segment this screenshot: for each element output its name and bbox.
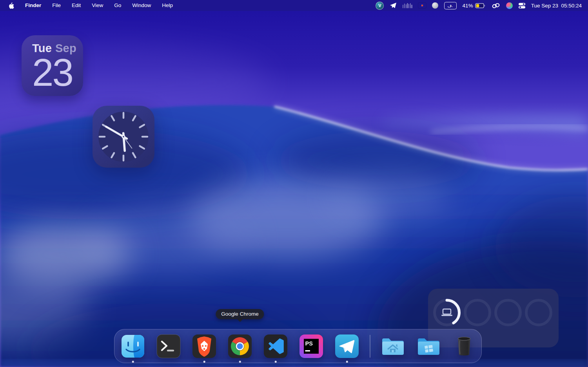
- dock-item-finder[interactable]: [120, 333, 146, 359]
- dock-tooltip: Google Chrome: [216, 309, 264, 319]
- clock-widget[interactable]: [93, 106, 154, 168]
- dock-item-telegram[interactable]: [334, 333, 360, 359]
- dock-item-brave[interactable]: [191, 333, 217, 359]
- desktop: Finder File Edit View Go Window Help V ف…: [0, 0, 588, 367]
- trash-icon: [451, 333, 477, 359]
- telegram-icon: [334, 333, 360, 359]
- dock-item-home-folder[interactable]: [380, 333, 406, 359]
- battery-icon: [475, 3, 486, 8]
- home-folder-icon: [380, 333, 406, 359]
- battery-percent-label: 41%: [463, 3, 473, 9]
- menu-item-edit[interactable]: Edit: [66, 0, 86, 11]
- menu-item-view[interactable]: View: [86, 0, 109, 11]
- menu-bar: Finder File Edit View Go Window Help V ف…: [0, 0, 588, 11]
- input-source-indicator[interactable]: ف.: [444, 2, 457, 9]
- menu-bar-status: V ف. 41%: [376, 2, 588, 10]
- laptop-icon: [441, 309, 452, 316]
- calendar-day-number: 23: [22, 52, 83, 93]
- phpstorm-icon: PS: [298, 333, 324, 359]
- running-indicator: [132, 361, 134, 363]
- apple-logo-icon: [9, 2, 14, 9]
- menu-item-window[interactable]: Window: [127, 0, 156, 11]
- menu-item-file[interactable]: File: [47, 0, 66, 11]
- vscode-icon: [263, 333, 289, 359]
- chrome-icon: [227, 333, 253, 359]
- user-circle-icon[interactable]: [432, 2, 438, 9]
- dock: PS: [114, 329, 482, 363]
- battery-slot-empty-1: [464, 299, 491, 326]
- vpn-status-icon[interactable]: V: [376, 2, 384, 10]
- running-indicator: [239, 361, 241, 363]
- running-indicator: [275, 361, 277, 363]
- battery-slot-empty-2: [494, 299, 522, 326]
- apple-menu[interactable]: [7, 2, 20, 9]
- iran-flag-icon[interactable]: [418, 3, 426, 8]
- dock-item-chrome[interactable]: [227, 333, 253, 359]
- dock-item-vscode[interactable]: [263, 333, 289, 359]
- running-indicator: [346, 361, 348, 363]
- link-icon[interactable]: [492, 3, 500, 9]
- control-center-icon[interactable]: [519, 3, 525, 9]
- menu-bar-left: Finder File Edit View Go Window Help: [0, 0, 178, 11]
- phpstorm-glyph: PS: [305, 340, 313, 347]
- stats-bars-icon[interactable]: [403, 3, 412, 8]
- menu-item-go[interactable]: Go: [109, 0, 127, 11]
- battery-slot-mac[interactable]: [433, 299, 461, 326]
- windows-folder-icon: [416, 333, 441, 359]
- finder-icon: [120, 333, 146, 359]
- battery-slot-empty-3: [525, 299, 552, 326]
- dock-divider: [370, 335, 370, 358]
- telegram-menubar-icon[interactable]: [390, 2, 397, 9]
- dock-item-phpstorm[interactable]: PS: [298, 333, 324, 359]
- running-indicator: [203, 361, 205, 363]
- dock-item-terminal[interactable]: [156, 333, 181, 359]
- battery-status[interactable]: 41%: [463, 3, 486, 9]
- calendar-widget[interactable]: TueSep 23: [22, 35, 83, 96]
- menu-bar-clock[interactable]: Tue Sep 23 05:50:24: [531, 3, 582, 9]
- menu-item-help[interactable]: Help: [156, 0, 178, 11]
- dock-item-trash[interactable]: [451, 333, 477, 359]
- brave-icon: [191, 333, 217, 359]
- terminal-icon: [156, 333, 181, 359]
- analog-clock: [93, 106, 154, 168]
- siri-icon[interactable]: [506, 2, 513, 9]
- dock-item-windows-folder[interactable]: [416, 333, 441, 359]
- menu-item-finder[interactable]: Finder: [20, 0, 47, 11]
